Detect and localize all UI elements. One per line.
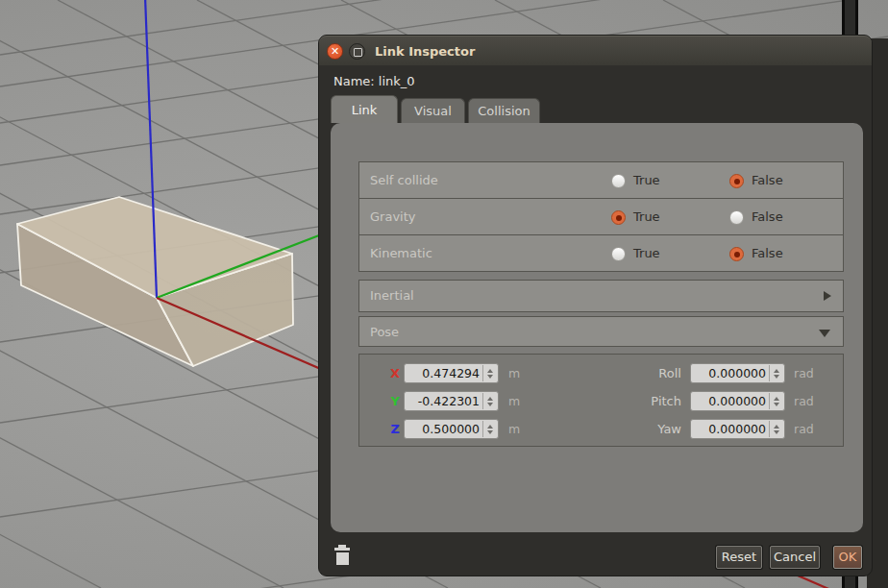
close-icon[interactable]: ✕ bbox=[327, 43, 343, 60]
yaw-label: Yaw bbox=[633, 422, 681, 436]
z-spinbox bbox=[404, 419, 499, 439]
y-input[interactable] bbox=[408, 392, 480, 410]
kinematic-false-radio[interactable] bbox=[729, 247, 744, 261]
x-stepper[interactable] bbox=[482, 365, 497, 381]
reset-button[interactable]: Reset bbox=[716, 546, 762, 569]
x-axis-label: X bbox=[382, 366, 400, 380]
self-collide-false-label: False bbox=[752, 173, 783, 187]
x-unit: m bbox=[508, 366, 520, 380]
kinematic-true-label: True bbox=[633, 246, 660, 260]
dialog-title: Link Inspector bbox=[375, 44, 475, 59]
z-axis-label: Z bbox=[382, 422, 400, 436]
tab-collision[interactable]: Collision bbox=[468, 98, 540, 123]
yaw-input[interactable] bbox=[695, 420, 766, 438]
cancel-button[interactable]: Cancel bbox=[770, 546, 820, 569]
section-pose[interactable]: Pose bbox=[358, 316, 844, 347]
yaw-stepper[interactable] bbox=[769, 421, 783, 437]
pitch-label: Pitch bbox=[633, 394, 681, 408]
self-collide-true-label: True bbox=[633, 173, 660, 187]
section-inertial[interactable]: Inertial bbox=[358, 280, 844, 312]
pose-content: X m Roll rad Y m bbox=[358, 354, 844, 447]
gravity-false-radio[interactable] bbox=[729, 210, 744, 225]
roll-spinbox bbox=[690, 363, 785, 383]
chevron-down-icon bbox=[819, 330, 830, 337]
inertial-label: Inertial bbox=[370, 288, 414, 303]
y-spinbox bbox=[404, 391, 499, 411]
trash-icon[interactable] bbox=[334, 545, 350, 565]
z-stepper[interactable] bbox=[482, 421, 497, 437]
gravity-true-label: True bbox=[633, 209, 660, 224]
x-input[interactable] bbox=[408, 364, 480, 382]
self-collide-label: Self collide bbox=[370, 173, 438, 187]
row-self-collide: Self collide True False bbox=[358, 161, 844, 199]
yaw-spinbox bbox=[690, 419, 785, 439]
roll-unit: rad bbox=[794, 366, 814, 380]
chevron-right-icon bbox=[824, 291, 831, 301]
restore-icon[interactable] bbox=[349, 43, 365, 60]
y-axis-label: Y bbox=[382, 394, 400, 408]
row-gravity: Gravity True False bbox=[358, 198, 844, 235]
x-spinbox bbox=[404, 363, 499, 383]
y-stepper[interactable] bbox=[482, 393, 497, 409]
pitch-stepper[interactable] bbox=[769, 393, 783, 409]
gravity-label: Gravity bbox=[370, 209, 415, 224]
roll-input[interactable] bbox=[695, 364, 766, 382]
roll-label: Roll bbox=[633, 366, 681, 380]
z-input[interactable] bbox=[408, 420, 480, 438]
gravity-false-label: False bbox=[752, 209, 783, 224]
link-tab-panel: Self collide True False Gravity True Fal… bbox=[331, 123, 863, 532]
gravity-true-radio[interactable] bbox=[611, 210, 626, 225]
link-inspector-dialog: ✕ Link Inspector Name: link_0 Link Visua… bbox=[318, 35, 873, 576]
pitch-unit: rad bbox=[794, 394, 814, 408]
pose-label: Pose bbox=[370, 325, 399, 339]
self-collide-false-radio[interactable] bbox=[729, 174, 744, 188]
tab-link[interactable]: Link bbox=[331, 95, 398, 123]
dialog-titlebar[interactable]: ✕ Link Inspector bbox=[319, 36, 872, 65]
kinematic-false-label: False bbox=[752, 246, 783, 260]
ok-button[interactable]: OK bbox=[833, 546, 862, 569]
self-collide-true-radio[interactable] bbox=[611, 174, 626, 188]
pitch-input[interactable] bbox=[695, 392, 766, 410]
roll-stepper[interactable] bbox=[769, 365, 783, 381]
yaw-unit: rad bbox=[794, 422, 814, 436]
link-name-label: Name: link_0 bbox=[333, 74, 415, 88]
row-kinematic: Kinematic True False bbox=[358, 234, 844, 272]
tab-visual[interactable]: Visual bbox=[401, 98, 465, 123]
pitch-spinbox bbox=[690, 391, 785, 411]
kinematic-label: Kinematic bbox=[370, 246, 432, 260]
kinematic-true-radio[interactable] bbox=[611, 247, 626, 261]
y-unit: m bbox=[508, 394, 520, 408]
z-unit: m bbox=[508, 422, 520, 436]
